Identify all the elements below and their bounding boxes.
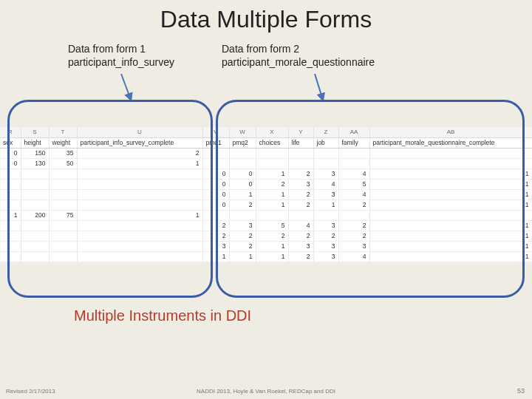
arrow-icon: [310, 72, 332, 102]
form1-line1: Data from form 1: [68, 43, 174, 56]
form2-line1: Data from form 2: [222, 43, 375, 56]
svg-line-0: [121, 74, 130, 98]
form2-label: Data from form 2 participant_morale_ques…: [222, 43, 375, 69]
form2-line2: participant_morale_questionnaire: [222, 56, 375, 69]
svg-line-1: [315, 74, 322, 98]
page-number: 53: [517, 387, 525, 395]
form1-label: Data from form 1 participant_info_survey: [68, 43, 174, 69]
page-title: Data Multiple Forms: [0, 0, 532, 33]
arrow-icon: [117, 72, 139, 102]
footer-citation: NADDI 2013, Hoyle & Van Roekel, REDCap a…: [0, 388, 532, 395]
subtitle: Multiple Instruments in DDI: [74, 307, 251, 324]
form1-highlight-bubble: [7, 100, 213, 298]
form2-highlight-bubble: [216, 100, 525, 298]
form1-line2: participant_info_survey: [68, 56, 174, 69]
